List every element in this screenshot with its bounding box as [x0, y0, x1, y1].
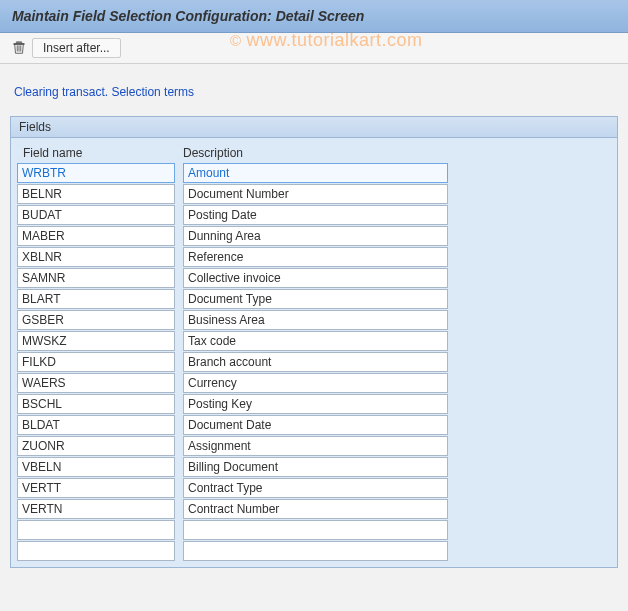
field-description-input[interactable]: [183, 541, 448, 561]
table-row: [17, 541, 611, 561]
table-row: [17, 352, 611, 372]
table-row: [17, 289, 611, 309]
field-description-input[interactable]: [183, 415, 448, 435]
table-row: [17, 436, 611, 456]
fields-panel-header: Fields: [11, 117, 617, 138]
field-description-input[interactable]: [183, 352, 448, 372]
field-name-input[interactable]: [17, 289, 175, 309]
field-description-input[interactable]: [183, 457, 448, 477]
field-name-input[interactable]: [17, 310, 175, 330]
field-name-input[interactable]: [17, 541, 175, 561]
column-headers: Field name Description: [17, 143, 611, 163]
table-row: [17, 247, 611, 267]
field-description-input[interactable]: [183, 520, 448, 540]
trash-icon[interactable]: [12, 41, 26, 55]
field-name-input[interactable]: [17, 415, 175, 435]
field-name-input[interactable]: [17, 184, 175, 204]
screen-title: Maintain Field Selection Configuration: …: [12, 8, 616, 24]
table-row: [17, 373, 611, 393]
field-description-input[interactable]: [183, 478, 448, 498]
field-description-input[interactable]: [183, 289, 448, 309]
table-row: [17, 205, 611, 225]
field-description-input[interactable]: [183, 436, 448, 456]
field-name-input[interactable]: [17, 478, 175, 498]
field-name-input[interactable]: [17, 352, 175, 372]
table-row: [17, 331, 611, 351]
field-name-input[interactable]: [17, 520, 175, 540]
field-name-input[interactable]: [17, 247, 175, 267]
field-name-input[interactable]: [17, 226, 175, 246]
insert-after-button[interactable]: Insert after...: [32, 38, 121, 58]
table-row: [17, 478, 611, 498]
table-row: [17, 394, 611, 414]
field-description-input[interactable]: [183, 163, 448, 183]
field-description-input[interactable]: [183, 394, 448, 414]
field-name-input[interactable]: [17, 331, 175, 351]
table-row: [17, 499, 611, 519]
field-name-input[interactable]: [17, 373, 175, 393]
field-name-input[interactable]: [17, 394, 175, 414]
table-row: [17, 520, 611, 540]
field-description-input[interactable]: [183, 184, 448, 204]
table-row: [17, 226, 611, 246]
table-row: [17, 310, 611, 330]
fields-panel: Fields Field name Description: [10, 116, 618, 568]
table-row: [17, 163, 611, 183]
screen-header: Maintain Field Selection Configuration: …: [0, 0, 628, 33]
field-description-input[interactable]: [183, 499, 448, 519]
table-row: [17, 457, 611, 477]
field-name-input[interactable]: [17, 457, 175, 477]
col-header-field-name: Field name: [21, 146, 181, 160]
field-description-input[interactable]: [183, 205, 448, 225]
table-row: [17, 184, 611, 204]
field-name-input[interactable]: [17, 163, 175, 183]
clearing-transact-link[interactable]: Clearing transact. Selection terms: [14, 85, 194, 99]
toolbar: Insert after...: [0, 33, 628, 64]
field-description-input[interactable]: [183, 226, 448, 246]
table-row: [17, 268, 611, 288]
field-description-input[interactable]: [183, 268, 448, 288]
col-header-description: Description: [181, 146, 451, 160]
field-description-input[interactable]: [183, 247, 448, 267]
fields-panel-body: Field name Description: [11, 138, 617, 567]
field-description-input[interactable]: [183, 373, 448, 393]
table-row: [17, 415, 611, 435]
field-name-input[interactable]: [17, 205, 175, 225]
field-description-input[interactable]: [183, 331, 448, 351]
field-name-input[interactable]: [17, 499, 175, 519]
field-name-input[interactable]: [17, 268, 175, 288]
breadcrumb-link-row: Clearing transact. Selection terms: [0, 64, 628, 108]
field-description-input[interactable]: [183, 310, 448, 330]
field-name-input[interactable]: [17, 436, 175, 456]
